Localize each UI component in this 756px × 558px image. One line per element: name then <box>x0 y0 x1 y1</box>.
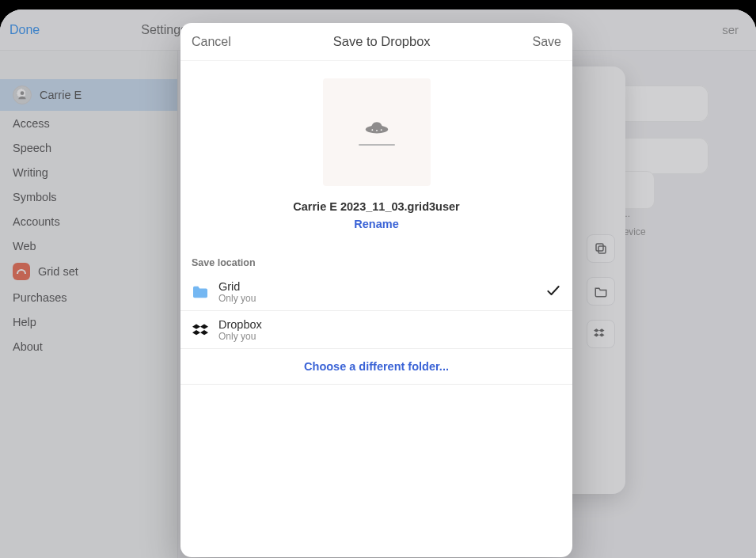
location-row-dropbox[interactable]: Dropbox Only you <box>180 311 572 349</box>
location-subtext: Only you <box>218 293 256 304</box>
modal-body: Carrie E 2023_11_03.grid3user Rename Sav… <box>180 61 572 557</box>
svg-point-6 <box>380 129 382 131</box>
svg-point-5 <box>376 130 378 131</box>
location-row-grid[interactable]: Grid Only you <box>180 273 572 311</box>
cancel-button[interactable]: Cancel <box>192 35 231 49</box>
svg-point-4 <box>371 129 373 131</box>
filename-label: Carrie E 2023_11_03.grid3user <box>180 200 572 213</box>
save-button[interactable]: Save <box>533 35 561 49</box>
checkmark-icon <box>545 283 561 302</box>
modal-header: Cancel Save to Dropbox Save <box>180 23 572 61</box>
location-name: Grid <box>218 280 256 293</box>
ufo-icon <box>363 119 390 138</box>
location-name: Dropbox <box>218 318 262 331</box>
modal-title: Save to Dropbox <box>333 34 431 49</box>
file-thumbnail <box>323 78 431 186</box>
save-location-header: Save location <box>180 230 572 273</box>
location-subtext: Only you <box>218 331 262 342</box>
rename-button[interactable]: Rename <box>180 218 572 230</box>
app-window: Done Settings ser Carrie E Access Speech… <box>0 9 756 558</box>
folder-icon <box>192 285 209 299</box>
choose-different-folder-button[interactable]: Choose a different folder... <box>180 349 572 385</box>
save-to-dropbox-modal: Cancel Save to Dropbox Save Carrie E 202… <box>180 23 572 557</box>
dropbox-icon <box>192 323 209 337</box>
